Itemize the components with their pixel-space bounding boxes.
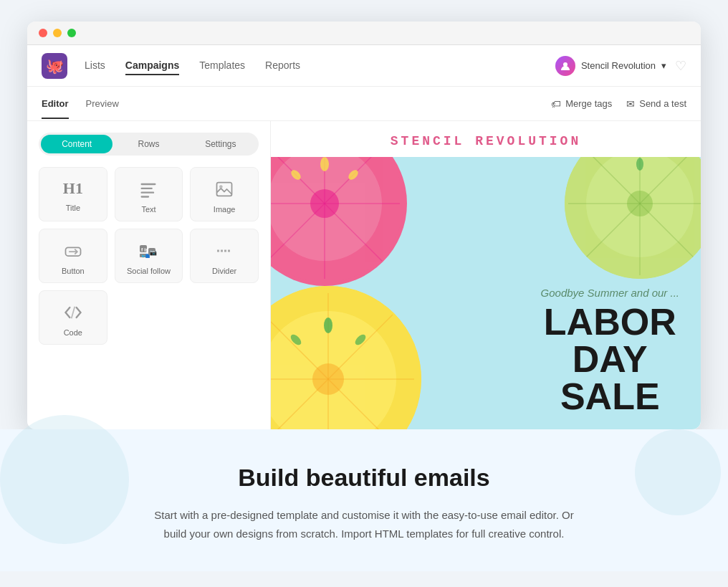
main-headline: Build beautiful emails	[29, 464, 699, 492]
logo-icon: 🐙	[46, 57, 64, 75]
citrus-green	[565, 157, 701, 279]
send-test-label: Send a test	[639, 98, 686, 109]
citrus-pink	[271, 157, 407, 286]
tag-icon: 🏷	[551, 98, 561, 110]
citrus-section: Goodbye Summer and our ... LABOR DAY SAL…	[271, 157, 701, 429]
svg-rect-1	[141, 183, 156, 185]
divider-label: Divider	[212, 267, 236, 275]
citrus-yellow-svg	[271, 286, 421, 429]
nav-item-templates[interactable]: Templates	[199, 57, 245, 75]
social-label: Social follow	[127, 267, 171, 275]
user-chevron: ▾	[661, 60, 666, 71]
title-bar	[27, 22, 701, 45]
sub-nav-editor[interactable]: Editor	[42, 88, 69, 119]
divider-icon	[214, 241, 234, 261]
title-label: Title	[66, 204, 80, 212]
nav-item-reports[interactable]: Reports	[265, 57, 300, 75]
social-icon: f in 🐦🟦 📷	[138, 241, 158, 261]
svg-rect-3	[141, 192, 155, 194]
merge-tags-label: Merge tags	[565, 98, 612, 109]
sale-headline: LABOR DAY SALE	[541, 303, 679, 415]
sub-nav-preview[interactable]: Preview	[86, 88, 119, 119]
code-label: Code	[64, 328, 82, 337]
left-panel: Content Rows Settings H1 Title	[27, 121, 271, 429]
app-nav: 🐙 Lists Campaigns Templates Reports Sten…	[27, 45, 701, 87]
text-icon	[138, 179, 158, 199]
sale-line3: SALE	[541, 378, 679, 415]
merge-tags-button[interactable]: 🏷 Merge tags	[551, 98, 612, 110]
text-label: Text	[141, 205, 155, 214]
content-item-divider[interactable]: Divider	[190, 229, 259, 283]
panel-tab-settings[interactable]: Settings	[185, 135, 257, 153]
browser-window: 🐙 Lists Campaigns Templates Reports Sten…	[27, 22, 701, 429]
nav-items: Lists Campaigns Templates Reports	[85, 57, 555, 75]
brand-name: STENCIL REVOLUTION	[285, 134, 686, 148]
content-item-social[interactable]: f in 🐦🟦 📷 Social follow	[115, 229, 183, 283]
citrus-pink-svg	[271, 157, 407, 286]
traffic-light-red[interactable]	[39, 29, 47, 37]
sub-nav-left: Editor Preview	[42, 88, 551, 119]
sub-nav: Editor Preview 🏷 Merge tags ✉ Send a tes…	[27, 87, 701, 121]
user-avatar	[555, 56, 575, 76]
svg-line-16	[71, 307, 75, 318]
content-item-image[interactable]: Image	[190, 167, 259, 221]
main-description: Start with a pre-designed template and c…	[149, 506, 579, 543]
nav-item-campaigns[interactable]: Campaigns	[125, 57, 179, 75]
sale-text-area: Goodbye Summer and our ... LABOR DAY SAL…	[541, 287, 679, 415]
editor-area: Content Rows Settings H1 Title	[27, 121, 701, 429]
svg-point-6	[219, 185, 223, 188]
content-item-code[interactable]: Code	[39, 290, 107, 345]
button-label: Button	[62, 267, 85, 275]
button-icon	[63, 241, 83, 261]
svg-point-24	[320, 157, 329, 171]
sale-line1: LABOR	[541, 303, 679, 340]
svg-rect-5	[217, 183, 232, 196]
email-icon: ✉	[626, 98, 635, 110]
svg-rect-4	[141, 196, 150, 197]
nav-right: Stencil Revolution ▾ ♡	[555, 56, 686, 76]
sale-line2: DAY	[541, 340, 679, 378]
image-icon	[214, 179, 234, 199]
svg-point-34	[636, 158, 643, 171]
send-test-button[interactable]: ✉ Send a test	[626, 98, 686, 110]
traffic-light-green[interactable]	[67, 29, 76, 37]
code-icon	[63, 302, 83, 323]
app-logo[interactable]: 🐙	[42, 53, 67, 79]
content-item-text[interactable]: Text	[115, 167, 183, 221]
svg-rect-2	[141, 188, 153, 189]
svg-text:f in: f in	[141, 247, 149, 252]
traffic-light-yellow[interactable]	[53, 29, 62, 37]
title-icon: H1	[63, 179, 83, 198]
goodbye-text: Goodbye Summer and our ...	[541, 287, 679, 299]
below-section: Build beautiful emails Start with a pre-…	[0, 429, 728, 571]
svg-text:📷: 📷	[150, 249, 157, 256]
panel-tabs: Content Rows Settings	[39, 133, 259, 156]
user-badge[interactable]: Stencil Revolution ▾	[555, 56, 666, 76]
right-panel: STENCIL REVOLUTION	[271, 121, 701, 429]
content-item-button[interactable]: Button	[39, 229, 107, 283]
content-grid: H1 Title Text	[39, 167, 259, 345]
panel-tab-rows[interactable]: Rows	[112, 135, 184, 153]
email-preview: STENCIL REVOLUTION	[271, 121, 701, 429]
citrus-green-svg	[565, 157, 701, 279]
nav-item-lists[interactable]: Lists	[85, 57, 105, 75]
panel-tab-content[interactable]: Content	[41, 135, 112, 153]
sub-nav-right: 🏷 Merge tags ✉ Send a test	[551, 98, 686, 110]
svg-point-42	[324, 318, 332, 333]
citrus-yellow	[271, 286, 421, 429]
image-label: Image	[214, 205, 236, 214]
email-header: STENCIL REVOLUTION	[271, 121, 701, 157]
content-item-title[interactable]: H1 Title	[39, 167, 107, 221]
heart-icon[interactable]: ♡	[675, 58, 686, 74]
user-name: Stencil Revolution	[581, 60, 656, 71]
